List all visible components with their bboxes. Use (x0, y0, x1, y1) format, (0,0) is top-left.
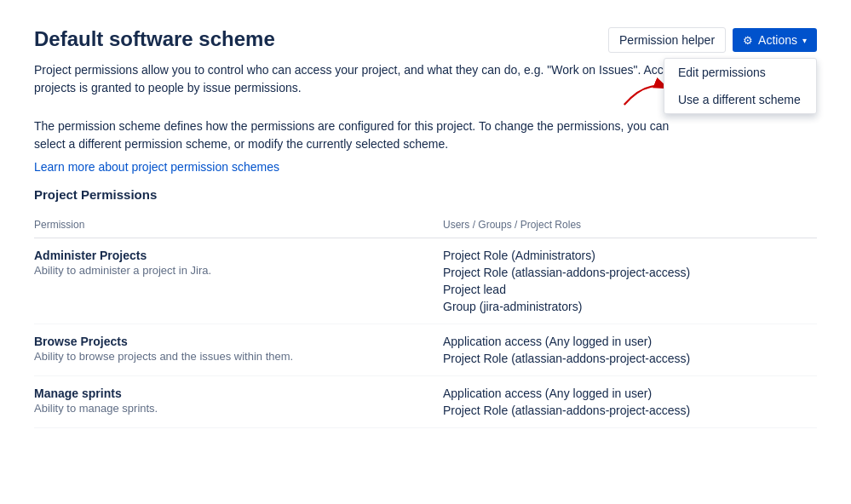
permission-cell: Administer ProjectsAbility to administer… (34, 249, 443, 277)
role-item: Project Role (atlassian-addons-project-a… (443, 404, 817, 417)
permission-description: Ability to browse projects and the issue… (34, 350, 443, 363)
table-row: Browse ProjectsAbility to browse project… (34, 324, 817, 376)
actions-button[interactable]: ⚙ Actions ▾ (733, 28, 817, 52)
permission-name: Browse Projects (34, 335, 443, 348)
description-2: The permission scheme defines how the pe… (34, 117, 699, 153)
column-header-permission: Permission (34, 219, 443, 231)
role-item: Project Role (atlassian-addons-project-a… (443, 352, 817, 365)
permission-name: Manage sprints (34, 387, 443, 400)
roles-cell: Application access (Any logged in user)P… (443, 387, 817, 417)
permission-description: Ability to manage sprints. (34, 402, 443, 415)
table-row: Manage sprintsAbility to manage sprints.… (34, 376, 817, 428)
table-row: Administer ProjectsAbility to administer… (34, 238, 817, 324)
role-item: Project lead (443, 283, 817, 296)
roles-cell: Application access (Any logged in user)P… (443, 335, 817, 365)
learn-more-link[interactable]: Learn more about project permission sche… (34, 160, 279, 174)
role-item: Application access (Any logged in user) (443, 335, 817, 348)
section-title: Project Permissions (34, 187, 817, 202)
role-item: Project Role (atlassian-addons-project-a… (443, 266, 817, 279)
permission-name: Administer Projects (34, 249, 443, 262)
description-1: Project permissions allow you to control… (34, 61, 699, 97)
permission-cell: Browse ProjectsAbility to browse project… (34, 335, 443, 363)
dropdown-item-edit-permissions[interactable]: Edit permissions (664, 59, 816, 86)
table-header: Permission Users / Groups / Project Role… (34, 212, 817, 238)
roles-cell: Project Role (Administrators)Project Rol… (443, 249, 817, 313)
role-item: Group (jira-administrators) (443, 300, 817, 313)
actions-dropdown-menu: Edit permissions Use a different scheme (664, 58, 817, 114)
role-item: Project Role (Administrators) (443, 249, 817, 262)
permission-description: Ability to administer a project in Jira. (34, 264, 443, 277)
top-actions-bar: Permission helper ⚙ Actions ▾ (608, 27, 817, 53)
chevron-down-icon: ▾ (802, 36, 807, 45)
permissions-table: Administer ProjectsAbility to administer… (34, 238, 817, 428)
dropdown-item-use-different-scheme[interactable]: Use a different scheme (664, 86, 816, 113)
permission-helper-button[interactable]: Permission helper (608, 27, 726, 53)
actions-label: Actions (758, 33, 797, 47)
permission-cell: Manage sprintsAbility to manage sprints. (34, 387, 443, 415)
column-header-roles: Users / Groups / Project Roles (443, 219, 817, 231)
role-item: Application access (Any logged in user) (443, 387, 817, 400)
gear-icon: ⚙ (743, 34, 753, 47)
